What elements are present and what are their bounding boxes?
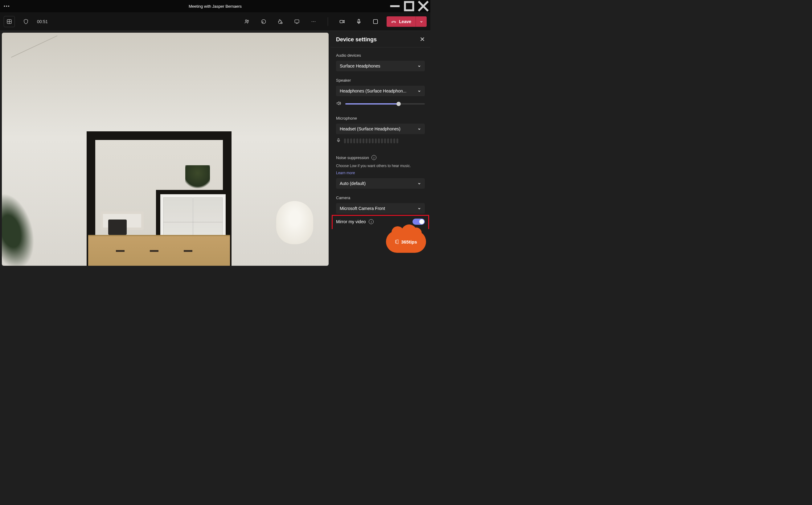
meeting-toolbar: 00:51 Leave [0,12,430,31]
noise-suppression-desc: Choose Low if you want others to hear mu… [336,163,425,169]
chat-button[interactable] [258,16,269,27]
decor-speaker [108,219,127,235]
audio-devices-dropdown[interactable]: Surface Headphones [336,61,425,71]
svg-rect-21 [338,138,339,141]
layout-grid-button[interactable] [4,16,15,27]
leave-button-group: Leave [387,16,427,27]
speaker-value: Headphones (Surface Headphon... [340,89,406,94]
mirror-video-label: Mirror my video [336,219,366,224]
camera-dropdown[interactable]: Microsoft Camera Front [336,203,425,214]
microphone-level-meter [344,138,398,143]
decor-dresser [88,235,230,266]
svg-rect-1 [405,2,413,10]
reactions-button[interactable] [275,16,286,27]
leave-button[interactable]: Leave [387,19,416,24]
speaker-volume-icon [336,101,342,107]
audio-devices-value: Surface Headphones [340,63,380,68]
svg-rect-15 [340,20,343,22]
decor-lamp [270,201,320,266]
video-feed[interactable] [2,33,329,266]
noise-suppression-dropdown[interactable]: Auto (default) [336,178,425,189]
info-icon[interactable]: i [369,219,374,224]
mic-button[interactable] [353,16,364,27]
chevron-down-icon [417,64,421,68]
decor-plant-top [185,165,210,191]
decor-plant-left [2,188,42,266]
chevron-down-icon [417,206,421,210]
office-icon [395,239,400,244]
divider [328,17,328,26]
chevron-down-icon [417,89,421,93]
svg-point-8 [247,20,249,21]
speaker-volume-slider[interactable] [345,103,425,105]
camera-label: Camera [336,195,425,200]
tips-badge: 365tips [386,230,426,253]
shield-icon[interactable] [20,16,31,27]
speaker-dropdown[interactable]: Headphones (Surface Headphon... [336,86,425,96]
panel-header: Device settings [331,31,430,47]
window-title: Meeting with Jasper Bernaers [189,4,242,9]
speaker-label: Speaker [336,78,425,82]
more-actions-button[interactable] [308,16,319,27]
svg-line-18 [11,36,57,57]
audio-devices-label: Audio devices [336,53,425,58]
camera-button[interactable] [337,16,348,27]
decor-line [11,33,57,63]
window-controls [388,0,430,12]
svg-point-9 [262,19,266,23]
people-button[interactable] [241,16,252,27]
rooms-button[interactable] [291,16,302,27]
learn-more-link[interactable]: Learn more [336,171,355,175]
maximize-button[interactable] [402,0,416,12]
close-panel-button[interactable] [420,37,425,43]
minimize-button[interactable] [388,0,402,12]
microphone-icon [336,138,341,144]
svg-rect-16 [358,19,360,22]
badge-text: 365tips [401,239,417,244]
menu-dots-title[interactable]: ••• [0,4,14,9]
svg-point-7 [245,20,247,21]
noise-suppression-label: Noise suppression [336,155,369,160]
main-area: Device settings Audio devices Surface He… [0,31,430,268]
info-icon[interactable]: i [372,155,376,160]
svg-rect-11 [295,20,299,23]
leave-label: Leave [399,19,411,24]
noise-suppression-value: Auto (default) [340,181,366,186]
panel-title: Device settings [336,36,377,43]
meeting-timer: 00:51 [37,19,48,24]
leave-options-button[interactable] [416,16,427,27]
microphone-label: Microphone [336,116,425,121]
share-button[interactable] [370,16,381,27]
camera-value: Microsoft Camera Front [340,206,385,211]
microphone-value: Headset (Surface Headphones) [340,126,400,131]
microphone-dropdown[interactable]: Headset (Surface Headphones) [336,124,425,134]
chevron-down-icon [417,127,421,131]
svg-point-14 [315,21,316,22]
chevron-down-icon [417,182,421,185]
svg-point-12 [312,21,312,22]
titlebar: ••• Meeting with Jasper Bernaers [0,0,430,12]
mirror-video-toggle[interactable] [412,218,425,225]
close-button[interactable] [416,0,430,12]
svg-point-13 [314,21,314,22]
